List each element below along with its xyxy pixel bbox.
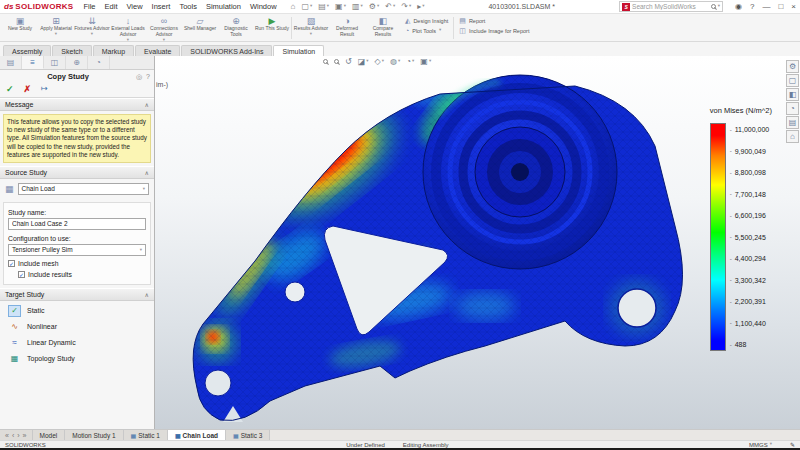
configuration-manager-tab[interactable]: ◫ xyxy=(44,56,66,69)
diagnostic-tools-button[interactable]: ⊕Diagnostic Tools xyxy=(218,15,254,41)
menu-bar: File Edit View Insert Tools Simulation W… xyxy=(83,2,276,11)
run-this-study-button[interactable]: ▶Run This Study xyxy=(254,15,290,41)
menu-file[interactable]: File xyxy=(83,2,95,11)
hide-show-items-button[interactable]: ◔▾ xyxy=(406,57,414,66)
display-manager-tab[interactable]: ◔ xyxy=(88,56,110,69)
button-label: Connections Advisor xyxy=(146,26,182,38)
fixtures-advisor-button[interactable]: ⇊Fixtures Advisor▾ xyxy=(74,15,110,41)
search-input[interactable]: Search MySolidWorks xyxy=(632,3,709,10)
menu-view[interactable]: View xyxy=(126,2,142,11)
last-tab-button[interactable]: » xyxy=(23,432,27,439)
next-tab-button[interactable]: › xyxy=(17,432,19,439)
pin-icon[interactable]: ◎ xyxy=(136,73,142,81)
tab-static-1[interactable]: ▦Static 1 xyxy=(124,430,168,440)
display-style-button[interactable]: ◍▾ xyxy=(390,57,400,66)
select-button[interactable]: ▸▾ xyxy=(417,2,424,11)
study-name-input[interactable] xyxy=(8,218,146,230)
menu-simulation[interactable]: Simulation xyxy=(206,2,241,11)
menu-tools[interactable]: Tools xyxy=(179,2,197,11)
view-settings-button[interactable]: ▣▾ xyxy=(420,57,431,66)
tab-evaluate[interactable]: Evaluate xyxy=(135,45,180,56)
print-button[interactable]: ▥▾ xyxy=(352,2,363,11)
results-advisor-button[interactable]: ▧Results Advisor▾ xyxy=(293,15,329,41)
search-box[interactable]: S Search MySolidWorks ▾ xyxy=(619,1,723,12)
source-study-section-header[interactable]: Source Study ∧ xyxy=(0,166,154,179)
connections-advisor-button[interactable]: ∞Connections Advisor▾ xyxy=(146,15,182,41)
help-icon[interactable]: ? xyxy=(750,2,754,11)
tab-markup[interactable]: Markup xyxy=(93,45,134,56)
brand-name: SOLIDWORKS xyxy=(15,2,73,11)
units-selector[interactable]: MMGS▾ xyxy=(749,442,772,448)
tab-simulation[interactable]: Simulation xyxy=(273,45,324,56)
quick-access-toolbar: ⌂ ▢▾ ▤▾ ▣▾ ▥▾ ⚙▾ ↶▾ ↷▾ ▸▾ xyxy=(291,2,425,11)
resources-tab-icon[interactable]: ⚙ xyxy=(786,60,799,73)
menu-edit[interactable]: Edit xyxy=(105,2,118,11)
file-explorer-tab-icon[interactable]: ◧ xyxy=(786,88,799,101)
source-study-dropdown[interactable]: Chain Load ▾ xyxy=(18,183,149,195)
report-button[interactable]: ▤Report xyxy=(459,17,529,25)
graphics-viewport[interactable]: ↺ ◪▾ ◇▾ ◍▾ ◔▾ ▣▾ im-) von Mises (N/m^2) … xyxy=(155,56,800,429)
home-tab-icon[interactable]: ⌂ xyxy=(786,130,799,143)
include-image-for-report-button[interactable]: ◫Include Image for Report xyxy=(459,27,529,35)
target-study-section-header[interactable]: Target Study ∧ xyxy=(0,288,154,301)
restore-button[interactable]: □ xyxy=(778,2,783,11)
zoom-to-fit-button[interactable] xyxy=(323,59,328,64)
home-button[interactable]: ⌂ xyxy=(291,2,296,11)
help-icon[interactable]: ? xyxy=(146,73,150,80)
external-loads-advisor-button[interactable]: ↓External Loads Advisor▾ xyxy=(110,15,146,41)
ok-button[interactable]: ✓ xyxy=(6,84,14,94)
dimxpert-manager-tab[interactable]: ⊕ xyxy=(66,56,88,69)
model-canvas[interactable] xyxy=(155,56,800,429)
tab-assembly[interactable]: Assembly xyxy=(3,45,51,56)
options-button[interactable]: ⚙▾ xyxy=(369,2,379,11)
tab-chain-load[interactable]: ▦Chain Load xyxy=(168,430,226,440)
include-mesh-checkbox[interactable]: ✓ xyxy=(8,260,15,267)
view-orientation-button[interactable]: ◇▾ xyxy=(375,57,384,66)
design-insight-button[interactable]: ◭Design Insight xyxy=(405,17,448,25)
tab-motion-study-1[interactable]: Motion Study 1 xyxy=(65,430,123,440)
undo-button[interactable]: ↶▾ xyxy=(385,2,395,11)
first-tab-button[interactable]: « xyxy=(5,432,9,439)
zoom-to-area-button[interactable] xyxy=(334,59,339,64)
search-icon[interactable] xyxy=(711,4,716,9)
plot-tools-button[interactable]: ◔Plot Tools▾ xyxy=(405,27,448,34)
save-button[interactable]: ▣▾ xyxy=(335,2,346,11)
tab-solidworks-add-ins[interactable]: SOLIDWORKS Add-Ins xyxy=(181,45,272,56)
compare-results-button[interactable]: ◧Compare Results xyxy=(365,15,401,41)
design-library-tab-icon[interactable]: ▢ xyxy=(786,74,799,87)
message-section-header[interactable]: Message ∧ xyxy=(0,98,154,111)
tab-model[interactable]: Model xyxy=(33,430,66,440)
previous-view-button[interactable]: ↺ xyxy=(345,57,352,66)
target-option-nonlinear[interactable]: ∿Nonlinear xyxy=(0,319,154,335)
tab-static-3[interactable]: ▦Static 3 xyxy=(226,430,270,440)
property-manager-tab[interactable]: ≡ xyxy=(22,56,44,69)
appearances-tab-icon[interactable]: ◔ xyxy=(786,102,799,115)
feature-manager-tab[interactable]: ▤ xyxy=(0,56,22,69)
target-option-linear-dynamic[interactable]: ≈Linear Dynamic xyxy=(0,335,154,351)
deformed-result-button[interactable]: ◑Deformed Result xyxy=(329,15,365,41)
target-option-static[interactable]: ✓Static xyxy=(0,303,154,319)
caret-icon[interactable]: ▾ xyxy=(718,4,720,9)
previous-tab-button[interactable]: ‹ xyxy=(12,432,14,439)
redo-button[interactable]: ↷▾ xyxy=(401,2,411,11)
section-view-button[interactable]: ◪▾ xyxy=(358,57,369,66)
target-option-topology-study[interactable]: ▦Topology Study xyxy=(0,351,154,367)
menu-insert[interactable]: Insert xyxy=(152,2,171,11)
new-document-button[interactable]: ▢▾ xyxy=(301,2,312,11)
legend-value: 9,900,049 xyxy=(730,148,770,155)
shell-manager-button[interactable]: ▱Shell Manager xyxy=(182,15,218,41)
tag-edit-icon[interactable]: ✎ xyxy=(790,441,795,448)
custom-properties-tab-icon[interactable]: ▤ xyxy=(786,116,799,129)
user-account-icon[interactable]: ◉ xyxy=(735,2,742,11)
menu-window[interactable]: Window xyxy=(250,2,277,11)
configuration-dropdown[interactable]: Tensioner Pulley Sim ▾ xyxy=(8,244,146,256)
detach-button[interactable]: ↦ xyxy=(41,84,48,94)
minimize-button[interactable]: — xyxy=(762,2,770,11)
apply-material-button[interactable]: ⊞Apply Material▾ xyxy=(38,15,74,41)
open-button[interactable]: ▤▾ xyxy=(318,2,329,11)
close-button[interactable]: × xyxy=(791,2,796,11)
include-results-checkbox[interactable]: ✓ xyxy=(18,271,25,278)
cancel-button[interactable]: ✗ xyxy=(24,84,32,94)
new-study-button[interactable]: ▣New Study xyxy=(2,15,38,41)
tab-sketch[interactable]: Sketch xyxy=(52,45,91,56)
